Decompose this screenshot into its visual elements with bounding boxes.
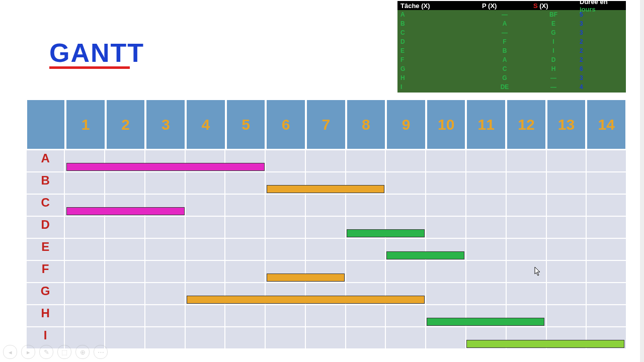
gantt-cell (506, 260, 546, 283)
gantt-chart: 1234567891011121314 ABCDEFGHI (26, 99, 626, 349)
task-label: F (26, 260, 64, 283)
gantt-body: ABCDEFGHI (26, 150, 626, 349)
toolbar-icon[interactable]: ◂ (3, 345, 17, 359)
gantt-cell (346, 305, 386, 327)
gantt-cell (265, 194, 305, 216)
gantt-corner (26, 99, 65, 150)
gantt-cell (506, 216, 546, 238)
gantt-cell (506, 150, 546, 172)
task-label: G (26, 283, 64, 305)
gantt-cell (586, 283, 626, 305)
task-bar (427, 318, 545, 326)
task-bar (267, 185, 385, 193)
dep-row: IDE—4 (397, 82, 626, 92)
col-predecessor: P (X) (479, 2, 530, 10)
gantt-cell (586, 305, 626, 327)
gantt-cell (145, 327, 185, 349)
task-bar (66, 207, 185, 215)
gantt-cell (145, 260, 185, 283)
gantt-cell (466, 283, 506, 305)
gantt-cell (265, 327, 305, 349)
gantt-cell (586, 216, 626, 238)
gantt-cell (64, 216, 105, 238)
dep-row: DFI2 (397, 37, 626, 46)
gantt-cell (426, 216, 466, 238)
task-bar (386, 251, 464, 259)
gantt-cell (105, 327, 145, 349)
task-bar (187, 296, 425, 304)
day-header: 6 (266, 99, 306, 150)
task-label: C (26, 194, 64, 216)
task-label: E (26, 238, 64, 260)
toolbar-icon[interactable]: ⋯ (94, 345, 108, 359)
gantt-cell (385, 327, 426, 349)
gantt-cell (546, 260, 587, 283)
gantt-row: G (26, 283, 626, 305)
gantt-cell (466, 238, 506, 260)
dep-row: BAE3 (397, 19, 626, 28)
toolbar-icon[interactable]: ⊕ (75, 345, 90, 359)
task-bar (267, 274, 345, 282)
gantt-cell (185, 172, 225, 194)
gantt-cell (346, 238, 386, 260)
gantt-cell (305, 238, 346, 260)
gantt-row: E (26, 238, 626, 260)
gantt-cell (225, 260, 265, 283)
gantt-cell (305, 327, 346, 349)
gantt-cell (346, 150, 386, 172)
gantt-row: H (26, 305, 626, 327)
gantt-cell (64, 283, 105, 305)
gantt-cell (225, 216, 265, 238)
gantt-cell (385, 194, 426, 216)
toolbar-icon[interactable]: ⬚ (57, 345, 71, 359)
day-header: 5 (226, 99, 266, 150)
presentation-toolbar: ◂▸✎⬚⊕⋯ (3, 345, 108, 359)
gantt-cell (546, 150, 587, 172)
dep-row: A—BF5 (397, 10, 626, 19)
gantt-row: A (26, 150, 626, 172)
task-bar (66, 163, 265, 171)
gantt-cell (466, 260, 506, 283)
task-bar (347, 229, 425, 237)
day-header: 8 (346, 99, 386, 150)
gantt-cell (466, 172, 506, 194)
task-label: D (26, 216, 64, 238)
day-header: 4 (186, 99, 226, 150)
gantt-cell (225, 305, 265, 327)
gantt-cell (145, 216, 185, 238)
gantt-cell (346, 194, 386, 216)
gantt-cell (546, 194, 587, 216)
gantt-cell (105, 238, 145, 260)
gantt-row: C (26, 194, 626, 216)
day-header: 13 (546, 99, 587, 150)
day-header: 11 (466, 99, 506, 150)
gantt-cell (265, 150, 305, 172)
gantt-cell (185, 238, 225, 260)
gantt-cell (185, 216, 225, 238)
gantt-cell (466, 216, 506, 238)
gantt-cell (265, 238, 305, 260)
gantt-cell (586, 260, 626, 283)
gantt-row: F (26, 260, 626, 283)
gantt-cell (105, 216, 145, 238)
gantt-cell (225, 327, 265, 349)
gantt-cell (105, 305, 145, 327)
gantt-cell (185, 327, 225, 349)
gantt-cell (586, 172, 626, 194)
toolbar-icon[interactable]: ✎ (39, 345, 53, 359)
gantt-row: B (26, 172, 626, 194)
gantt-cell (64, 172, 105, 194)
gantt-cell (105, 283, 145, 305)
vertical-scrollbar[interactable] (640, 0, 644, 362)
gantt-cell (185, 260, 225, 283)
gantt-cell (225, 194, 265, 216)
dep-row: HG—3 (397, 73, 626, 82)
gantt-cell (225, 238, 265, 260)
gantt-cell (506, 194, 546, 216)
gantt-cell (426, 150, 466, 172)
toolbar-icon[interactable]: ▸ (21, 345, 35, 359)
gantt-cell (506, 172, 546, 194)
gantt-cell (586, 194, 626, 216)
gantt-cell (546, 305, 587, 327)
dep-row: FAD2 (397, 55, 626, 64)
